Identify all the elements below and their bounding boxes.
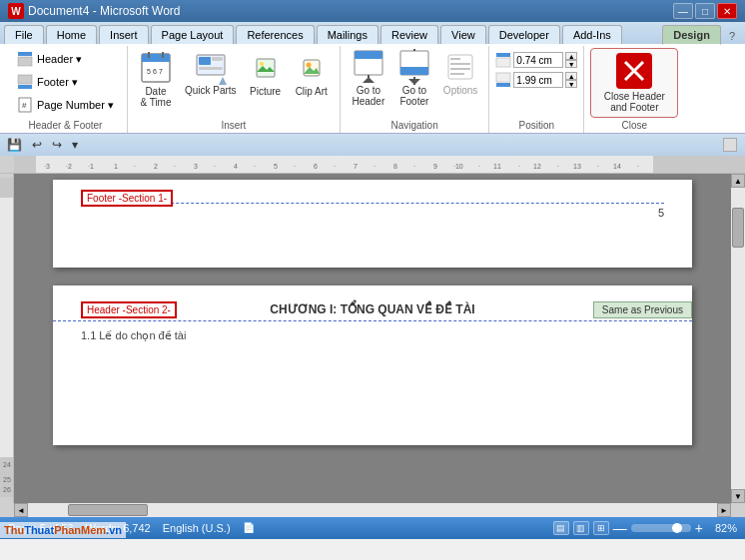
scroll-corner-right (731, 503, 745, 517)
page-number-button[interactable]: # Page Number ▾ (10, 94, 121, 116)
ruler-toggle[interactable] (723, 138, 737, 152)
header-label: Header -Section 2- (81, 301, 177, 318)
scroll-thumb[interactable] (732, 208, 744, 248)
header-button[interactable]: Header ▾ (10, 48, 121, 70)
svg-text:·: · (254, 163, 256, 170)
svg-rect-38 (450, 73, 464, 75)
insert-buttons: 5 6 7 Date& Time (134, 48, 334, 118)
svg-text:·: · (557, 163, 559, 170)
header-pos-down[interactable]: ▼ (565, 60, 577, 68)
tab-references[interactable]: References (236, 25, 314, 44)
tab-review[interactable]: Review (380, 25, 438, 44)
header-icon (17, 51, 33, 67)
quick-parts-button[interactable]: Quick Parts (180, 48, 242, 99)
tab-file[interactable]: File (4, 25, 44, 44)
date-time-icon: 5 6 7 (140, 52, 172, 84)
scroll-left-button[interactable]: ◄ (14, 503, 28, 517)
maximize-button[interactable]: □ (695, 3, 715, 19)
clip-art-button[interactable]: Clip Art (290, 48, 334, 101)
svg-text:·3: ·3 (44, 163, 50, 170)
header-position-spin: ▲ ▼ (565, 52, 577, 68)
svg-rect-16 (212, 57, 223, 61)
scroll-down-button[interactable]: ▼ (731, 489, 745, 503)
ruler-corner (0, 156, 14, 173)
tab-home[interactable]: Home (46, 25, 97, 44)
save-qat-button[interactable]: 💾 (4, 137, 25, 153)
options-icon (444, 51, 476, 83)
go-to-header-label: Go toHeader (352, 85, 384, 107)
svg-rect-2 (18, 75, 32, 84)
svg-marker-28 (363, 77, 374, 83)
status-left: Page: 5 of 53 Words: 6,742 English (U.S.… (8, 522, 255, 534)
help-button[interactable]: ? (723, 28, 741, 44)
zoom-out-button[interactable]: — (613, 520, 627, 536)
tab-developer[interactable]: Developer (488, 25, 560, 44)
close-button[interactable]: ✕ (717, 3, 737, 19)
footer-pos-down[interactable]: ▼ (565, 80, 577, 88)
svg-text:6: 6 (153, 68, 157, 75)
page-separator (43, 268, 702, 285)
view-web-icon[interactable]: ⊞ (593, 521, 609, 535)
go-to-footer-button[interactable]: Go toFooter (392, 48, 436, 110)
zoom-slider[interactable] (631, 524, 691, 532)
svg-text:14: 14 (613, 163, 621, 170)
footer-position-input[interactable] (513, 72, 563, 88)
undo-button[interactable]: ↩ (29, 137, 45, 153)
status-page: Page: 5 of 53 (8, 522, 73, 534)
h-scroll-track[interactable] (28, 503, 717, 517)
go-to-footer-icon (398, 51, 430, 83)
close-hf-label: Close Header and Footer (599, 91, 669, 113)
ribbon-group-close: Close Header and Footer Close (584, 46, 684, 133)
picture-button[interactable]: Picture (244, 48, 288, 101)
header-position-row: ▲ ▼ (495, 52, 577, 68)
ribbon-group-insert: 5 6 7 Date& Time (128, 46, 341, 133)
header-position-input[interactable] (513, 52, 563, 68)
tab-mailings[interactable]: Mailings (317, 25, 378, 44)
svg-marker-18 (219, 77, 227, 85)
body-text: 1.1 Lế do chọn đề tài (81, 329, 186, 342)
ribbon: Header ▾ Footer ▾ # Page Number ▾ Header… (0, 44, 745, 134)
same-as-previous-button[interactable]: Same as Previous (593, 301, 692, 318)
quick-access-toolbar: 💾 ↩ ↪ ▾ (0, 134, 745, 156)
view-normal-icon[interactable]: ▤ (553, 521, 569, 535)
svg-rect-36 (450, 63, 470, 65)
close-header-footer-button[interactable]: Close Header and Footer (590, 48, 678, 118)
scroll-right-button[interactable]: ► (717, 503, 731, 517)
svg-rect-8 (142, 60, 170, 62)
svg-text:·: · (518, 163, 520, 170)
footer-icon (17, 74, 33, 90)
svg-rect-1 (18, 57, 32, 66)
vertical-scrollbar: ▲ ▼ (731, 174, 745, 503)
header-pos-up[interactable]: ▲ (565, 52, 577, 60)
date-time-button[interactable]: 5 6 7 Date& Time (134, 48, 178, 112)
svg-rect-0 (18, 52, 32, 56)
svg-text:·: · (413, 163, 415, 170)
svg-rect-39 (496, 53, 510, 57)
svg-text:1: 1 (114, 163, 118, 170)
footer-pos-up[interactable]: ▲ (565, 72, 577, 80)
scroll-track[interactable] (731, 188, 745, 489)
scroll-up-button[interactable]: ▲ (731, 174, 745, 188)
zoom-in-button[interactable]: + (695, 520, 703, 536)
options-button[interactable]: Options (438, 48, 482, 99)
tab-design[interactable]: Design (662, 25, 721, 45)
options-label: Options (443, 85, 477, 96)
page-number-label: Page Number ▾ (37, 99, 114, 112)
go-to-footer-label: Go toFooter (399, 85, 428, 107)
qat-dropdown[interactable]: ▾ (69, 137, 81, 153)
tab-add-ins[interactable]: Add-Ins (562, 25, 622, 44)
minimize-button[interactable]: — (673, 3, 693, 19)
tab-view[interactable]: View (440, 25, 486, 44)
footer-button[interactable]: Footer ▾ (10, 71, 121, 93)
insert-group-label: Insert (221, 118, 246, 131)
header-section: Header -Section 2- CHƯƠNG I: TỔNG QUAN V… (53, 285, 692, 321)
go-to-header-button[interactable]: Go toHeader (347, 48, 390, 110)
tab-page-layout[interactable]: Page Layout (151, 25, 235, 44)
view-full-icon[interactable]: ▥ (573, 521, 589, 535)
tab-insert[interactable]: Insert (99, 25, 149, 44)
footer-position-row: ▲ ▼ (495, 72, 577, 88)
svg-rect-3 (18, 85, 32, 89)
svg-text:11: 11 (493, 163, 501, 170)
h-scroll-thumb[interactable] (68, 504, 148, 516)
redo-button[interactable]: ↪ (49, 137, 65, 153)
